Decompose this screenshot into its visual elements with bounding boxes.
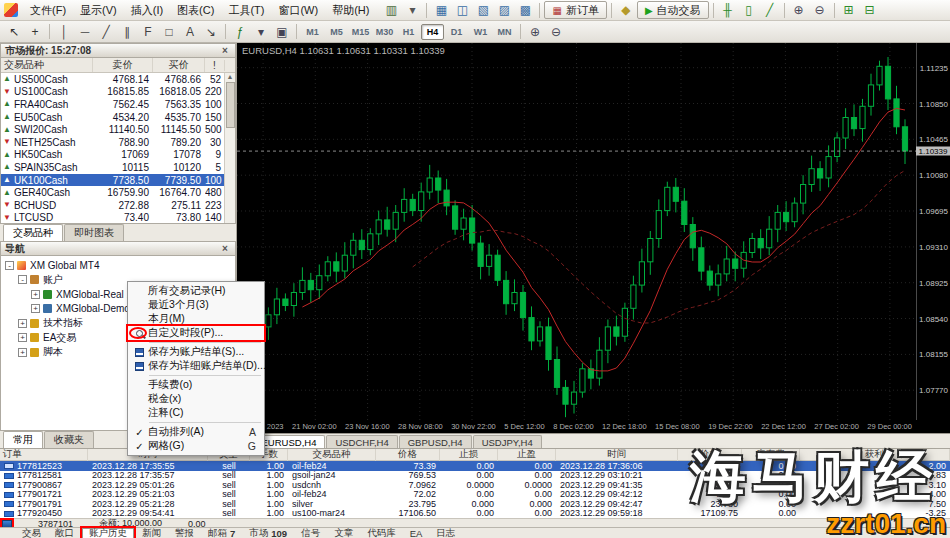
market-row[interactable]: ▲EU50Cash4534.204535.70150 [1,111,235,124]
expand-icon[interactable]: + [18,333,27,342]
ctx-this-month[interactable]: 本月(M) [128,312,264,326]
timeframe-m30[interactable]: M30 [373,24,396,40]
tab-alerts[interactable]: 警报 [169,528,200,538]
terminal-icon[interactable]: ▨ [494,2,514,19]
profiles-icon[interactable]: ▾ [402,2,422,19]
zoom-in-icon-2[interactable]: ⊕ [525,23,545,40]
tab-trade[interactable]: 交易 [16,528,47,538]
balance-icon[interactable] [2,520,12,528]
collapse-icon[interactable]: - [18,275,27,284]
market-row[interactable]: ▼NETH25Cash788.90789.2030 [1,136,235,149]
history-row[interactable]: 1778125232023.12.28 17:35:55sell1.00oil-… [0,461,950,471]
tab-articles[interactable]: 文章 [328,528,359,538]
tab-account-history[interactable]: 账户历史 [82,528,134,538]
market-watch-column-1[interactable]: 卖价 [93,58,153,72]
chart-area[interactable]: EURUSD,H4 1.10631 1.10631 1.10331 1.1033… [237,43,950,448]
close-icon[interactable]: × [219,243,231,254]
expand-icon[interactable]: + [18,348,27,357]
timeframe-m15[interactable]: M15 [349,24,372,40]
timeframe-m5[interactable]: M5 [325,24,348,40]
timeframe-h1[interactable]: H1 [397,24,420,40]
menu-file[interactable]: 文件(F) [23,1,73,20]
menu-view[interactable]: 显示(V) [73,1,124,20]
cascade-windows-icon[interactable]: ⊟ [860,2,880,19]
scroll-thumb[interactable] [226,82,235,128]
templates-icon[interactable]: ▣ [272,23,292,40]
text-icon[interactable]: A [180,23,200,40]
market-watch-scrollbar[interactable]: ▲ [224,73,235,223]
timeframe-h4[interactable]: H4 [421,24,444,40]
chart-tab-usdchf[interactable]: USDCHF,H4 [326,435,397,448]
market-row[interactable]: ▲HK50Cash17069170789 [1,149,235,162]
history-column-4[interactable]: 交易品种 [288,448,376,461]
ctx-last-3-months[interactable]: 最近3个月(3) [128,298,264,312]
tab-tick-chart[interactable]: 即时图表 [64,224,124,241]
menu-window[interactable]: 窗口(W) [271,1,325,20]
zoom-in-icon[interactable]: ⊕ [789,2,809,19]
history-column-11[interactable]: 获利 [800,448,950,461]
scroll-up-icon[interactable]: ▲ [227,73,234,80]
history-column-10[interactable]: 库存费 [742,448,800,461]
menu-help[interactable]: 帮助(H) [325,1,376,20]
tab-journal[interactable]: 日志 [430,528,461,538]
tab-signals[interactable]: 信号 [295,528,326,538]
chart-tab-gbpusd[interactable]: GBPUSD,H4 [399,435,472,448]
new-chart-icon[interactable]: ▥ [381,2,401,19]
ctx-custom-period[interactable]: 自定义时段(P)... [128,326,264,340]
fibonacci-icon[interactable]: F [138,23,158,40]
ctx-save-report[interactable]: 保存为账户结单(S)... [128,345,264,359]
tab-symbols[interactable]: 交易品种 [3,224,63,241]
expand-icon[interactable]: + [18,319,27,328]
ctx-commissions[interactable]: 手续费(o) [128,378,264,392]
market-row[interactable]: ▲UK100Cash7738.507739.50100 [1,174,235,187]
tab-favorites[interactable]: 收藏夹 [44,431,94,448]
market-watch-icon[interactable]: ▦ [431,2,451,19]
data-window-icon[interactable]: ◫ [452,2,472,19]
ctx-grid[interactable]: ✓网格(G)G [128,439,264,453]
timeframe-mn[interactable]: MN [493,24,516,40]
crosshair-icon[interactable]: + [25,23,45,40]
ctx-all-history[interactable]: 所有交易记录(H) [128,284,264,298]
candlestick-icon[interactable]: ▯ [739,2,759,19]
timeframe-d1[interactable]: D1 [445,24,468,40]
collapse-icon[interactable]: - [5,261,14,270]
navigator-root[interactable]: -XM Global MT4 [1,258,235,273]
tile-windows-icon[interactable]: ⊞ [839,2,859,19]
ctx-comments[interactable]: 注释(C) [128,406,264,420]
market-row[interactable]: ▲SWI20Cash11140.5011145.50500 [1,123,235,136]
market-watch-column-3[interactable]: ! [205,60,225,71]
expand-icon[interactable]: + [31,290,40,299]
market-row[interactable]: ▼US100Cash16815.8516818.05220 [1,86,235,99]
zoom-out-icon[interactable]: ⊖ [810,2,830,19]
periods-icon[interactable]: ▾ [251,23,271,40]
history-row[interactable]: 1779017912023.12.29 05:21:28sell1.00silv… [0,499,950,509]
history-column-7[interactable]: 止盈 [498,448,556,461]
history-row[interactable]: 1779008672023.12.29 05:01:26sell1.00usdc… [0,480,950,490]
tab-market[interactable]: 市场109 [243,528,293,538]
tab-code-base[interactable]: 代码库 [361,528,402,538]
line-chart-icon[interactable]: ╱ [760,2,780,19]
tab-exposure[interactable]: 敞口 [49,528,80,538]
market-row[interactable]: ▲US500Cash4768.144768.6652 [1,73,235,86]
vertical-line-icon[interactable]: │ [54,23,74,40]
ctx-save-detailed-report[interactable]: 保存为详细账户结单(D)... [128,359,264,373]
ctx-taxes[interactable]: 税金(x) [128,392,264,406]
horizontal-line-icon[interactable]: ─ [75,23,95,40]
navigator-icon[interactable]: ▧ [473,2,493,19]
market-row[interactable]: ▲GER40Cash16759.9016764.70480 [1,186,235,199]
new-order-button[interactable]: ▦新订单 [544,1,606,19]
cursor-icon[interactable]: ↖ [4,23,24,40]
close-icon[interactable]: × [219,45,231,56]
market-row[interactable]: ▲FRA40Cash7562.457563.35100 [1,98,235,111]
menu-tools[interactable]: 工具(T) [221,1,271,20]
menu-insert[interactable]: 插入(I) [124,1,170,20]
autotrading-button[interactable]: ▶自动交易 [637,1,709,19]
trendline-icon[interactable]: ╱ [96,23,116,40]
timeframe-m1[interactable]: M1 [301,24,324,40]
market-row[interactable]: ▼BCHUSD272.88275.11223 [1,199,235,212]
history-column-6[interactable]: 止损 [440,448,498,461]
channel-icon[interactable]: ∥ [117,23,137,40]
bar-chart-icon[interactable]: ╫ [718,2,738,19]
strategy-tester-icon[interactable]: ▩ [515,2,535,19]
chart-tab-usdjpy[interactable]: USDJPY,H4 [473,435,542,448]
